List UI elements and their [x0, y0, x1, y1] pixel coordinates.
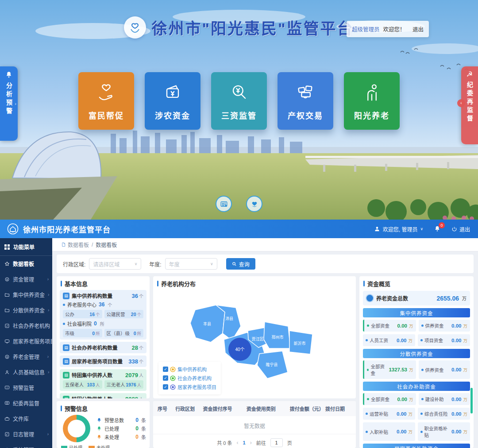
dot-icon	[63, 323, 65, 325]
heart-hands-icon	[251, 200, 258, 208]
tab-label: 分析预警	[4, 82, 13, 116]
coins-icon	[4, 354, 10, 359]
region-select[interactable]: 请选择区域 ∨	[89, 258, 141, 270]
col-header: 行政区划	[173, 405, 201, 412]
id-card-circle-button[interactable]	[216, 196, 232, 212]
hero-landing: 徐州市"阳光惠民"监管平台 超级管理员 欢迎您！ 退出 富民帮促 涉农资金	[0, 0, 478, 220]
stat-card-central-support-persons: ▤ 特困集中供养人数 2079人 五保老人103人 三无老人1976人	[60, 369, 146, 391]
sidebar-item-label: 文件库	[13, 415, 29, 422]
sidebar-item-pension-mgmt[interactable]: 养老金管理 ›	[0, 349, 52, 364]
goto-unit-label: 页	[287, 439, 292, 446]
breadcrumb: 数据看板 / 数据看板	[52, 238, 478, 251]
stat-card-dispersed-support-persons: ▤ 特困分散供养人数 9088人	[60, 393, 146, 398]
dashboard-title: 徐州市阳光养老监管平台	[23, 224, 111, 235]
sidebar-item-central-support-funds[interactable]: 集中供养资金 ›	[0, 287, 52, 302]
query-button[interactable]: 查询	[226, 258, 255, 270]
current-page-button[interactable]: 1	[243, 440, 246, 445]
funds-scrollbar-thumb[interactable]	[470, 388, 473, 413]
next-page-button[interactable]: ›	[250, 440, 252, 446]
search-icon	[232, 262, 237, 266]
tile-chanquan-jiaoyi[interactable]: 产权交易	[278, 72, 333, 130]
main-content: 数据看板 / 数据看板 行政区域: 请选择区域 ∨ 年度: 年度 ∨ 查询 基本…	[52, 238, 478, 448]
chevron-left-icon: ‹	[457, 99, 465, 107]
fund-cell: 入职补贴0.00万	[363, 422, 415, 441]
legend-swatch-green	[61, 446, 67, 448]
prev-page-button[interactable]: ‹	[237, 440, 239, 446]
year-filter-label: 年度:	[149, 260, 161, 268]
dashboard-header: 徐州市阳光养老监管平台 欢迎您, 管理员 ∨ 0 退出	[0, 220, 478, 238]
fund-section-band: 分散供养资金	[363, 349, 470, 358]
sidebar-item-dispersed-support-funds[interactable]: 分散供养资金 ›	[0, 302, 52, 318]
year-select[interactable]: 年度 ∨	[165, 258, 217, 270]
sidebar-item-label: 资金管理	[13, 275, 34, 283]
dashboard-logo-icon	[7, 223, 19, 235]
fund-cell: 供养资金0.00万	[419, 320, 470, 332]
warning-stat-row: 已处理 0 条	[96, 425, 146, 432]
tile-yangguang-yanglao[interactable]: 阳光养老	[344, 72, 400, 130]
sidebar-item-log-mgmt[interactable]: 日志管理 ›	[0, 426, 52, 442]
heart-hands-circle-button[interactable]	[246, 196, 262, 212]
doc-icon: ▤	[63, 293, 69, 299]
panel-title: 资金概览	[359, 276, 474, 290]
district-label: 丰县	[203, 321, 211, 326]
district-label: 沛县	[225, 316, 233, 321]
legend-toggle-social[interactable]: ✓ 社会办养老机构	[163, 375, 216, 382]
sidebar-item-dashboard[interactable]: 数据看板	[0, 256, 52, 271]
sidebar-item-warning-supervision[interactable]: 预警监管	[0, 380, 52, 395]
chevron-right-icon: ›	[48, 292, 49, 297]
checkbox-checked-icon[interactable]: ✓	[163, 375, 168, 381]
archive-icon	[4, 416, 10, 421]
tile-fumin-bangcu[interactable]: 富民帮促	[78, 72, 134, 130]
jiwei-supervision-tab[interactable]: ☭ 纪委再监督 ‹	[461, 66, 478, 144]
warning-stat-row: 未处理 0 条	[96, 433, 146, 440]
user-menu[interactable]: 欢迎您, 管理员 ∨	[374, 225, 423, 233]
bell-icon	[96, 426, 102, 431]
fund-cell: 项目资金0.00万	[418, 334, 470, 346]
warning-info-panel: 预警信息 预警总数 0 条 已处理 0 条 未处理	[57, 401, 150, 448]
col-header: 拨付日期	[324, 405, 353, 412]
breadcrumb-item-current: 数据看板	[96, 241, 117, 248]
chevron-right-icon: ›	[47, 354, 49, 359]
goto-page-input[interactable]	[270, 438, 283, 447]
panel-title: 基本信息	[57, 276, 150, 290]
panel-title: 养老机构分布	[153, 276, 356, 290]
sidebar-item-home-care-projects[interactable]: 居家养老服务项目 ›	[0, 333, 52, 349]
caret-down-icon: ∨	[135, 262, 138, 266]
bubble-count-label: 40个	[235, 347, 244, 352]
tile-label: 产权交易	[288, 109, 323, 121]
welcome-user-label: 欢迎您, 管理员	[383, 225, 418, 233]
filter-bar: 行政区域: 请选择区域 ∨ 年度: 年度 ∨ 查询	[57, 255, 474, 273]
sidebar-item-social-institutions[interactable]: 社会办养老机构 ›	[0, 318, 52, 333]
legend-toggle-home-care[interactable]: ✓ 居家养老服务项目	[163, 383, 216, 390]
sidebar-item-funds-mgmt[interactable]: 资金管理 ›	[0, 271, 52, 287]
sidebar-item-personnel-info[interactable]: 人员基础信息 ›	[0, 364, 52, 380]
title-accent-bar	[61, 406, 62, 411]
power-icon	[451, 226, 457, 232]
breadcrumb-item[interactable]: 数据看板	[61, 241, 89, 248]
dot-icon	[421, 398, 424, 400]
sidebar-item-jiwei-supervision[interactable]: 纪委再监督	[0, 395, 52, 411]
hero-logout-button[interactable]: 退出	[412, 25, 424, 33]
analysis-warning-tab[interactable]: 分析预警 ›	[0, 66, 18, 141]
tile-shenong-zijin[interactable]: 涉农资金	[145, 72, 200, 130]
sidebar-item-system-mgmt[interactable]: 系统管理 ›	[0, 442, 52, 448]
fund-cell: 全部资金0.00万	[363, 320, 416, 332]
tile-sanzi-jianguan[interactable]: 三资监管	[211, 72, 267, 130]
sidebar-item-file-library[interactable]: 文件库	[0, 411, 52, 426]
legend-toggle-central[interactable]: ✓ 集中供养机构	[163, 366, 216, 373]
dot-icon	[421, 369, 424, 371]
menu-header-label: 功能菜单	[13, 243, 35, 251]
checkbox-checked-icon[interactable]: ✓	[163, 384, 168, 390]
col-header: 拨付金额（元）	[288, 405, 324, 412]
checkbox-checked-icon[interactable]: ✓	[163, 367, 168, 372]
notifications-button[interactable]: 0	[434, 225, 441, 232]
fund-cell: 综合责任险0.00万	[418, 408, 470, 420]
chevron-right-icon: ›	[15, 101, 16, 106]
pagination: 共 0 条 ‹ 1 › 前往 页	[153, 438, 356, 447]
coins-icon	[4, 277, 10, 282]
chevron-right-icon: ›	[47, 432, 49, 436]
col-header: 资金使用类别	[245, 405, 288, 412]
caret-down-icon: ∨	[420, 227, 423, 231]
sidebar-item-label: 社会办养老机构	[13, 322, 50, 329]
logout-button[interactable]: 退出	[451, 225, 470, 233]
